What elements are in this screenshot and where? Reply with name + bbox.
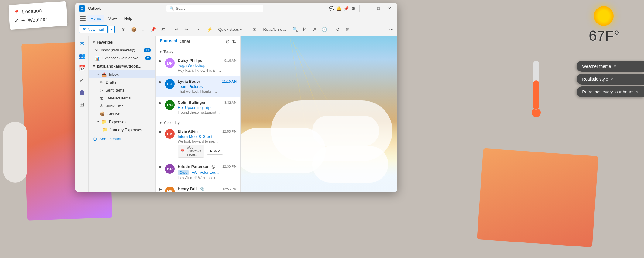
sidebar-calendar-icon[interactable]: 📅 <box>77 63 87 74</box>
folder-deleted[interactable]: 🗑 Deleted Items <box>89 94 155 102</box>
drafts-label: Drafts <box>106 80 116 85</box>
maximize-button[interactable]: □ <box>374 4 383 13</box>
menu-help[interactable]: Help <box>121 15 135 22</box>
read-unread-button[interactable]: Read/Unread <box>260 26 289 33</box>
refresh-chip[interactable]: Refreshes every four hours ∨ <box>577 86 644 97</box>
account-expand: ▾ <box>93 64 95 68</box>
category-button[interactable]: 🏳 <box>301 25 309 34</box>
thermometer-body <box>533 61 539 110</box>
folder-expenses-main[interactable]: ▾ 📁 Expenses <box>89 118 155 126</box>
tab-focused[interactable]: Focused <box>160 38 177 44</box>
email-item-daisy[interactable]: ▶ DP Daisy Philips Yoga Workshop Hey Kat… <box>156 55 240 76</box>
preview-elvia: We look forward to meeting our... <box>178 139 219 144</box>
settings-icon[interactable]: ⚙ <box>351 6 356 11</box>
clock-button[interactable]: 🕐 <box>320 25 329 34</box>
tab-other[interactable]: Other <box>180 39 190 44</box>
more-button[interactable]: ··· <box>389 26 394 33</box>
chat-icon[interactable]: 💬 <box>329 6 334 11</box>
spam-button[interactable]: 🛡 <box>139 25 148 34</box>
hamburger-button[interactable] <box>79 15 86 22</box>
folder-january-expenses[interactable]: 📁 January Expenses <box>89 126 155 134</box>
account-header[interactable]: ▾ katri.ahokas@outlook.... <box>89 62 155 70</box>
folder-sent[interactable]: ▷ Sent Items <box>89 86 155 94</box>
inbox-label: Inbox <box>109 72 119 77</box>
date-group-yesterday: ▾ Yesterday <box>156 118 240 126</box>
folder-inbox-favorite[interactable]: ✉ Inbox (katri.ahokas@... 11 <box>89 46 155 54</box>
weather-widget: 67F° <box>589 12 620 44</box>
lightning-button[interactable]: ⚡ <box>205 25 214 34</box>
tag-button[interactable]: 🏷 <box>159 25 167 34</box>
calendar-chip-elvia: 📅 Wed 8/30/2024 11:30... <box>178 145 204 158</box>
email-item-henry[interactable]: ▶ HB Henry Brill 📎 Back Cover Idea Hey K… <box>156 183 240 192</box>
email-item-colin[interactable]: ▶ CB Colin Ballinger Re: Upcoming Trip I… <box>156 97 240 118</box>
inbox-icon: 📥 <box>101 72 107 77</box>
pin-msg-button[interactable]: 📌 <box>149 25 157 34</box>
today-expand[interactable]: ▾ <box>160 50 162 54</box>
grid-button[interactable]: ⊞ <box>344 25 352 34</box>
bell-icon[interactable]: 🔔 <box>336 6 341 11</box>
weather-icon-sun: ☀ <box>21 18 25 24</box>
sender-daisy: Daisy Philips <box>178 58 221 63</box>
pin-icon[interactable]: 📌 <box>344 6 348 11</box>
new-mail-button[interactable]: ✉ New mail <box>79 25 108 33</box>
folder-drafts[interactable]: ✏ Drafts <box>89 78 155 86</box>
yesterday-expand[interactable]: ▾ <box>160 120 162 125</box>
zoom-button[interactable]: ↗ <box>310 25 319 34</box>
minimize-button[interactable]: — <box>363 4 372 13</box>
quick-steps-button[interactable]: Quick steps ▾ <box>215 26 245 33</box>
reading-pane <box>241 36 397 192</box>
preview-daisy: Hey Katri, I know this is last minute, b… <box>178 68 221 73</box>
filter-icon[interactable]: ⊙ <box>226 39 230 44</box>
weather-label: Weather <box>27 16 47 23</box>
subject-daisy: Yoga Workshop <box>178 63 221 68</box>
expo-tag: Expo <box>178 170 189 175</box>
toolbar-sep-3 <box>203 26 203 33</box>
sidebar-apps-icon[interactable]: ⊞ <box>77 99 87 110</box>
weather-theme-chip[interactable]: Weather theme ∨ <box>577 61 644 72</box>
favorites-label: Favorites <box>97 40 113 44</box>
hamburger-line <box>80 20 86 21</box>
search-box[interactable]: 🔍 Search <box>166 5 263 12</box>
menu-view[interactable]: View <box>105 15 120 22</box>
forward-button[interactable]: ⟶ <box>192 25 200 34</box>
flag-button[interactable]: 🔍 <box>291 25 300 34</box>
email-item-elvia[interactable]: ▶ EA Elvia Atkin Intern Meet & Greet We … <box>156 126 240 161</box>
mail-icon-tb[interactable]: ✉ <box>250 25 259 34</box>
inbox-expand: ▾ <box>97 72 99 76</box>
new-mail-dropdown[interactable]: ▾ <box>109 26 115 33</box>
toolbar-sep-2 <box>170 26 170 33</box>
weather-theme-label: Weather theme <box>582 64 611 69</box>
sidebar-people-icon[interactable]: 👥 <box>77 51 87 61</box>
email-item-kristin[interactable]: ▶ KP Kristin Patterson @ Expo FW: Volunt… <box>156 161 240 183</box>
folder-expenses-favorite[interactable]: 📊 Expenses (katri.ahoka... 2 <box>89 54 155 62</box>
archive-button[interactable]: 📦 <box>129 25 138 34</box>
sidebar-more-icon[interactable]: ⋯ <box>77 178 87 189</box>
expenses-fav-badge: 2 <box>145 56 151 60</box>
undo-button[interactable]: ↩ <box>172 25 181 34</box>
folder-inbox[interactable]: ▾ 📥 Inbox <box>89 70 155 78</box>
expenses-fav-icon: 📊 <box>95 56 100 61</box>
time-lydia: 11:10 AM <box>222 80 237 83</box>
delete-button[interactable]: 🗑 <box>120 25 128 34</box>
close-button[interactable]: ✕ <box>385 4 394 13</box>
favorites-expand[interactable]: ▾ <box>93 40 95 44</box>
undo2-button[interactable]: ↺ <box>334 25 342 34</box>
sort-icon[interactable]: ⇅ <box>232 39 236 44</box>
folder-archive[interactable]: 📦 Archive <box>89 110 155 118</box>
location-icon: 📍 <box>14 9 20 16</box>
sidebar-teams-icon[interactable]: ⬟ <box>77 87 87 98</box>
add-account-button[interactable]: ⊕ Add account <box>89 134 155 144</box>
sidebar-tasks-icon[interactable]: ✓ <box>77 75 87 86</box>
sidebar-mail-icon[interactable]: ✉ <box>77 38 87 49</box>
email-item-lydia[interactable]: ▶ LB Lydia Bauer Team Pictures That work… <box>156 76 240 97</box>
inbox-fav-label: Inbox (katri.ahokas@... <box>101 48 139 52</box>
redo-button[interactable]: ↪ <box>182 25 190 34</box>
title-bar-left: O Outlook <box>79 5 101 12</box>
menu-home[interactable]: Home <box>87 15 104 22</box>
settings-panel: Weather theme ∨ Realistic style ∨ Refres… <box>577 61 644 97</box>
realistic-style-chip[interactable]: Realistic style ∨ <box>577 74 644 85</box>
folder-junk[interactable]: ⚠ Junk Email <box>89 102 155 110</box>
rsvp-button[interactable]: RSVP <box>207 148 223 155</box>
calendar-chip-icon: 📅 <box>180 149 185 153</box>
hamburger-line <box>80 18 86 19</box>
